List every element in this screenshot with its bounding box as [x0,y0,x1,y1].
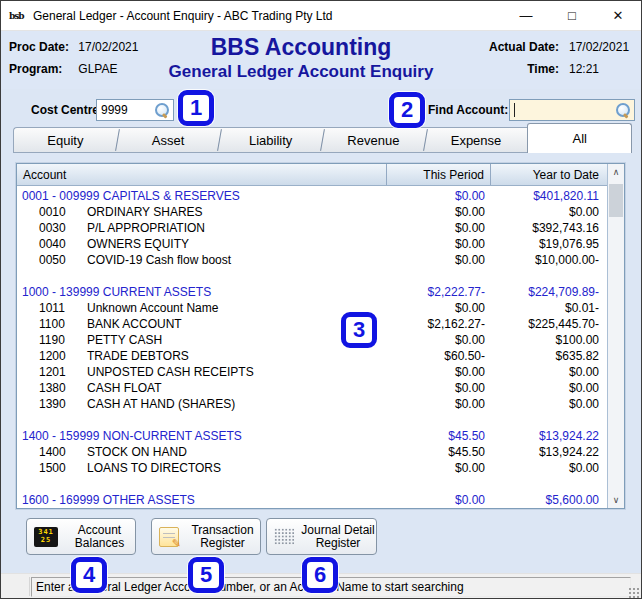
account-row[interactable]: 1500LOANS TO DIRECTORS$0.00$0.00 [17,460,607,476]
window-controls: — □ ✕ [503,1,641,30]
year-to-date-cell: $0.00 [491,204,607,220]
maximize-button[interactable]: □ [549,1,595,30]
account-row[interactable]: 1100BANK ACCOUNT$2,162.27-$225,445.70- [17,316,607,332]
time-label: Time: [475,62,559,76]
close-button[interactable]: ✕ [595,1,641,30]
account-cell: 0050COVID-19 Cash flow boost [17,252,387,268]
column-header-this-period[interactable]: This Period [387,164,491,185]
account-name: TRADE DEBTORS [87,348,189,364]
account-cell: 0040OWNERS EQUITY [17,236,387,252]
account-row[interactable]: 1380CASH FLOAT$0.00$0.00 [17,380,607,396]
find-account-input[interactable] [509,99,635,121]
account-balances-button[interactable]: 34125Account Balances [26,518,136,555]
account-code: 1390 [39,396,73,412]
tab-asset[interactable]: Asset [117,127,220,153]
this-period-cell: $0.00 [387,220,491,236]
transaction-register-button[interactable]: Transaction Register [151,518,261,555]
tab-expense[interactable]: Expense [425,127,528,153]
this-period-cell: $2,222.77- [387,284,491,300]
cost-centre-label: Cost Centre: [31,103,103,117]
year-to-date-cell: $100.00 [491,332,607,348]
account-name: Unknown Account Name [87,300,218,316]
account-cell: 0030P/L APPROPRIATION [17,220,387,236]
minimize-button[interactable]: — [503,1,549,30]
account-code: 0010 [39,204,73,220]
this-period-cell: $0.00 [387,236,491,252]
tab-all[interactable]: All [527,123,632,153]
title-bar: bsb General Ledger - Account Enquiry - A… [1,1,641,31]
time-value: 12:21 [569,62,633,76]
account-code: 1500 [39,460,73,476]
this-period-cell: $0.00 [387,492,491,508]
scrollbar-thumb[interactable] [609,184,623,217]
account-row[interactable]: 1011Unknown Account Name$0.00$0.01- [17,300,607,316]
resize-grip-icon[interactable] [628,587,639,598]
account-table-body: 0001 - 009999 CAPITALS & RESERVES$0.00$4… [17,186,607,508]
account-row[interactable]: 0040OWNERS EQUITY$0.00$19,076.95 [17,236,607,252]
account-row[interactable]: 1190PETTY CASH$0.00$100.00 [17,332,607,348]
account-code: 1380 [39,380,73,396]
column-header-year-to-date[interactable]: Year to Date [491,164,607,185]
button-label: Transaction Register [185,524,260,550]
account-cell: 1200TRADE DEBTORS [17,348,387,364]
account-row[interactable]: 1201UNPOSTED CASH RECEIPTS$0.00$0.00 [17,364,607,380]
year-to-date-cell: $401,820.11 [491,188,607,204]
section-row[interactable]: 1000 - 139999 CURRENT ASSETS$2,222.77-$2… [17,284,607,300]
this-period-cell: $0.00 [387,460,491,476]
account-name: P/L APPROPRIATION [87,220,205,236]
cost-centre-input[interactable]: 9999 [96,99,174,121]
section-row[interactable]: 1600 - 169999 OTHER ASSETS$0.00$5,600.00 [17,492,607,508]
scrollbar-track[interactable] [608,180,624,492]
magnifier-icon[interactable] [155,103,169,117]
header-titles: BBS Accounting General Ledger Account En… [121,34,481,83]
account-cell: 1400STOCK ON HAND [17,444,387,460]
account-name: UNPOSTED CASH RECEIPTS [87,364,254,380]
app-icon: bsb [9,8,27,24]
scroll-up-icon[interactable]: ∧ [608,164,624,180]
account-row[interactable]: 1400STOCK ON HAND$45.50$13,924.22 [17,444,607,460]
vertical-scrollbar[interactable]: ∧ ∨ [607,164,624,508]
account-row[interactable]: 0030P/L APPROPRIATION$0.00$392,743.16 [17,220,607,236]
annotation-marker-1: 1 [178,90,214,126]
account-row[interactable]: 1390CASH AT HAND (SHARES)$0.00$0.00 [17,396,607,412]
account-cell: 1190PETTY CASH [17,332,387,348]
tab-revenue[interactable]: Revenue [322,127,425,153]
year-to-date-cell: $635.82 [491,348,607,364]
account-cell: 1500LOANS TO DIRECTORS [17,460,387,476]
page-title: General Ledger Account Enquiry [121,61,481,83]
this-period-cell: $45.50 [387,428,491,444]
account-code: 1200 [39,348,73,364]
journal-detail-register-button[interactable]: Journal Detail Register [266,518,377,555]
account-row[interactable]: 0050COVID-19 Cash flow boost$0.00$10,000… [17,252,607,268]
tab-liability[interactable]: Liability [219,127,322,153]
app-title: BBS Accounting [121,34,481,61]
account-row[interactable]: 0010ORDINARY SHARES$0.00$0.00 [17,204,607,220]
account-name: CASH FLOAT [87,380,161,396]
section-row[interactable]: 1400 - 159999 NON-CURRENT ASSETS$45.50$1… [17,428,607,444]
scroll-down-icon[interactable]: ∨ [608,492,624,508]
this-period-cell: $2,162.27- [387,316,491,332]
actual-date-value: 17/02/2021 [569,40,633,54]
column-header-account[interactable]: Account [17,164,387,185]
tab-equity[interactable]: Equity [13,127,117,153]
year-to-date-cell: $19,076.95 [491,236,607,252]
account-name: CASH AT HAND (SHARES) [87,396,235,412]
account-cell: 1201UNPOSTED CASH RECEIPTS [17,364,387,380]
year-to-date-cell: $13,924.22 [491,428,607,444]
account-cell: 1011Unknown Account Name [17,300,387,316]
account-cell: 1390CASH AT HAND (SHARES) [17,396,387,412]
year-to-date-cell: $0.00 [491,380,607,396]
cost-centre-value: 9999 [101,103,128,117]
status-divider [29,577,30,596]
this-period-cell: $45.50 [387,444,491,460]
account-row[interactable]: 1200TRADE DEBTORS$60.50-$635.82 [17,348,607,364]
section-row[interactable]: 0001 - 009999 CAPITALS & RESERVES$0.00$4… [17,188,607,204]
this-period-cell: $0.00 [387,252,491,268]
account-name: PETTY CASH [87,332,162,348]
year-to-date-cell: $225,445.70- [491,316,607,332]
account-cell: 1400 - 159999 NON-CURRENT ASSETS [17,428,387,444]
account-name: BANK ACCOUNT [87,316,182,332]
account-name: ORDINARY SHARES [87,204,203,220]
magnifier-icon[interactable] [616,103,630,117]
account-code: 1100 [39,316,73,332]
